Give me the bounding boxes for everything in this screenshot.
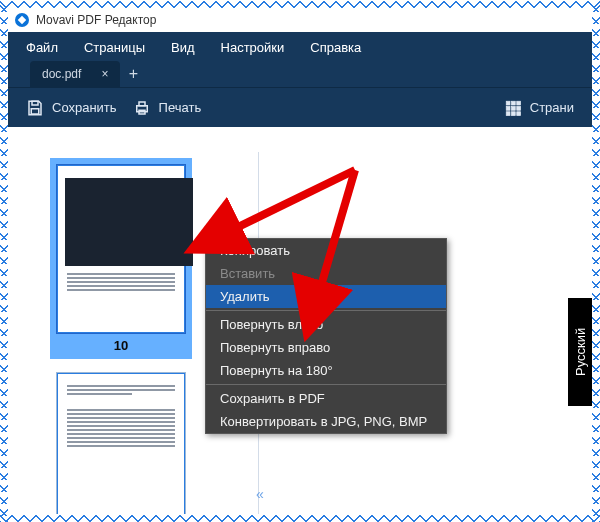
context-menu: Копировать Вставить Удалить Повернуть вл… (205, 238, 447, 434)
ctx-rotate-right[interactable]: Повернуть вправо (206, 336, 446, 359)
svg-rect-13 (506, 111, 510, 115)
save-label: Сохранить (52, 100, 117, 115)
print-button[interactable]: Печать (125, 88, 210, 127)
menu-file[interactable]: Файл (26, 40, 58, 55)
tab-close-icon[interactable]: × (101, 67, 108, 81)
svg-rect-2 (32, 101, 38, 105)
app-header: Файл Страницы Вид Настройки Справка doc.… (8, 32, 592, 127)
pages-view-label: Страни (530, 100, 574, 115)
print-icon (133, 99, 151, 117)
tab-label: doc.pdf (42, 67, 81, 81)
frame-border-bottom (0, 514, 600, 522)
language-tab[interactable]: Русский (568, 298, 592, 406)
svg-rect-9 (517, 101, 521, 105)
ctx-rotate-left[interactable]: Повернуть влево (206, 313, 446, 336)
menu-view[interactable]: Вид (171, 40, 195, 55)
svg-rect-8 (511, 101, 515, 105)
app-logo-icon (14, 12, 30, 28)
svg-rect-5 (139, 102, 145, 106)
ctx-separator (206, 310, 446, 311)
pages-view-button[interactable]: Страни (496, 88, 582, 127)
menu-settings[interactable]: Настройки (221, 40, 285, 55)
frame-border-left (0, 0, 8, 522)
save-icon (26, 99, 44, 117)
collapse-panel-button[interactable]: « (251, 486, 269, 504)
print-label: Печать (159, 100, 202, 115)
page-thumbnail-selected[interactable]: 10 (50, 158, 192, 359)
svg-rect-10 (506, 106, 510, 110)
toolbar: Сохранить Печать Страни (8, 87, 592, 127)
frame-border-right (592, 0, 600, 522)
page-thumbnail-label: 10 (56, 338, 186, 353)
ctx-save-pdf[interactable]: Сохранить в PDF (206, 387, 446, 410)
svg-rect-15 (517, 111, 521, 115)
frame-border-top (0, 0, 600, 8)
svg-rect-14 (511, 111, 515, 115)
ctx-separator (206, 384, 446, 385)
svg-rect-12 (517, 106, 521, 110)
svg-rect-3 (31, 108, 39, 113)
window-title: Movavi PDF Редактор (36, 13, 156, 27)
ctx-copy[interactable]: Копировать (206, 239, 446, 262)
ctx-paste: Вставить (206, 262, 446, 285)
svg-rect-7 (506, 101, 510, 105)
page-thumbnail[interactable] (56, 372, 186, 514)
grid-icon (504, 99, 522, 117)
window-titlebar: Movavi PDF Редактор (8, 8, 592, 32)
tab-add-button[interactable]: + (120, 61, 146, 87)
tab-strip: doc.pdf × + (8, 61, 592, 87)
ctx-rotate-180[interactable]: Повернуть на 180° (206, 359, 446, 382)
ctx-convert[interactable]: Конвертировать в JPG, PNG, BMP (206, 410, 446, 433)
menu-help[interactable]: Справка (310, 40, 361, 55)
save-button[interactable]: Сохранить (18, 88, 125, 127)
ctx-delete[interactable]: Удалить (206, 285, 446, 308)
menu-pages[interactable]: Страницы (84, 40, 145, 55)
menu-bar: Файл Страницы Вид Настройки Справка (8, 32, 592, 61)
tab-active[interactable]: doc.pdf × (30, 61, 120, 87)
svg-rect-11 (511, 106, 515, 110)
